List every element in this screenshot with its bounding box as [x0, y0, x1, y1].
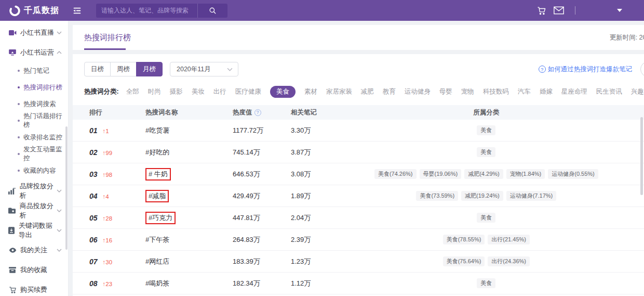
col-rank: 排行 [89, 108, 145, 117]
user-menu-caret-icon[interactable] [617, 9, 622, 12]
keyword-link-annotated[interactable]: # 牛奶 [145, 168, 171, 181]
filter-option[interactable]: 医疗健康 [235, 87, 261, 96]
sidebar-item-hot-topic-ranking[interactable]: 热门话题排行榜 [0, 112, 68, 129]
category-tag: 运动健身(7.17%) [506, 191, 557, 201]
filter-option[interactable]: 摄影 [170, 87, 183, 96]
sidebar-item-xhs-live[interactable]: 小红书直播 [0, 23, 68, 43]
filter-option[interactable]: 运动健身 [405, 87, 431, 96]
filter-option[interactable]: 民生资讯 [596, 87, 622, 96]
rank-number: 07 [89, 258, 98, 266]
rank-change-up: ↑30 [103, 259, 113, 265]
sidebar-item-xhs-operation[interactable]: 小红书运营 [0, 43, 68, 62]
search-hot-words-button[interactable]: 搜索热搜词 [640, 61, 644, 77]
tab-hot-search-ranking[interactable]: 热搜词排行榜 [73, 25, 142, 50]
filter-option-selected[interactable]: 美食 [270, 86, 296, 98]
filter-option[interactable]: 全部 [126, 87, 139, 96]
col-notes: 相关笔记 [291, 108, 353, 117]
sidebar-item-product-analysis[interactable]: 商品投放分析 [0, 201, 68, 221]
menu-fold-icon[interactable] [73, 6, 82, 15]
keyword-link-annotated[interactable]: #减脂 [145, 190, 169, 202]
filter-label: 热搜词分类: [84, 87, 119, 96]
sidebar-item-brand-analysis[interactable]: 品牌投放分析 [0, 181, 68, 201]
filter-option[interactable]: 科技数码 [483, 87, 509, 96]
month-select[interactable]: 2020年11月 [170, 62, 238, 76]
sidebar-item-my-follows[interactable]: 我的关注 [0, 240, 68, 260]
keyword-link-annotated[interactable]: #巧克力 [145, 212, 176, 224]
sidebar-item-post-interaction-monitor[interactable]: 发文互动量监控 [0, 146, 68, 162]
mail-icon[interactable] [550, 6, 568, 15]
filter-option[interactable]: 时尚 [148, 87, 161, 96]
filter-option[interactable]: 家居家装 [326, 87, 352, 96]
col-ops: 操作 [620, 108, 644, 117]
filter-options: 全部 时尚 摄影 美妆 出行 医疗健康 美食 素材 家居家装 减肥 教育 运动健… [126, 86, 644, 98]
notes-count: 3.08万 [291, 170, 353, 179]
notes-count: 1.89万 [291, 191, 353, 201]
rank-number: 06 [89, 236, 98, 244]
rank-number: 04 [89, 192, 98, 200]
logo-swirl-icon [9, 5, 20, 16]
filter-option[interactable]: 汽车 [518, 87, 531, 96]
sidebar-scrollbar[interactable] [65, 126, 68, 250]
sidebar-item-my-favorites[interactable]: 我的收藏 [0, 260, 68, 280]
global-search-button[interactable] [197, 4, 227, 18]
filter-option[interactable]: 教育 [383, 87, 396, 96]
keyword-link[interactable]: #下午茶 [145, 235, 169, 244]
filter-option[interactable]: 减肥 [361, 87, 374, 96]
heat-value: 447.81万 [233, 213, 291, 223]
question-circle-icon: ? [539, 66, 546, 73]
rank-change-up: ↑98 [103, 172, 113, 178]
filter-option[interactable]: 素材 [304, 87, 317, 96]
filter-option[interactable]: 婚嫁 [540, 87, 553, 96]
sidebar-item-hot-notes[interactable]: 热门笔记 [0, 62, 68, 79]
category-tag: 美食 [477, 125, 495, 135]
tab-monthly[interactable]: 月榜 [136, 62, 163, 76]
cart-icon [8, 286, 17, 293]
global-search-input[interactable] [96, 4, 197, 18]
export-icon [8, 227, 15, 234]
ranking-card: 日榜 周榜 月榜 2020年11月 ? 如何通过热搜词打造爆款笔记 [73, 54, 644, 296]
chevron-up-icon [57, 51, 62, 54]
keyword-link[interactable]: #好吃的 [145, 148, 169, 157]
sidebar-item-favorited-content[interactable]: 收藏的内容 [0, 162, 68, 179]
keyword-link[interactable]: #喝奶茶 [145, 279, 169, 288]
cart-icon[interactable] [532, 6, 550, 16]
table-row: 07↑30 #网红店 183.39万 1.23万 美食(75.64%) 出行(2… [73, 251, 644, 273]
col-heat: 热度值 ? [233, 108, 291, 117]
sidebar-item-hot-search-ranking[interactable]: 热搜词排行榜 [0, 79, 68, 96]
sidebar-item-purchase-renew[interactable]: 购买续费 [0, 280, 68, 296]
rank-number: 03 [89, 170, 98, 178]
question-circle-icon[interactable]: ? [254, 109, 261, 116]
keyword-link[interactable]: #吃货薯 [145, 126, 169, 135]
sidebar-item-label: 小红书直播 [20, 28, 54, 37]
active-tab-underline [84, 48, 126, 50]
filter-option[interactable]: 出行 [213, 87, 226, 96]
filter-option[interactable]: 母婴 [439, 87, 452, 96]
heat-value: 182.34万 [233, 279, 291, 288]
filter-option[interactable]: 美妆 [192, 87, 205, 96]
tab-daily[interactable]: 日榜 [84, 62, 111, 76]
category-tag: 美食 [477, 213, 495, 223]
sidebar-item-index-rank-monitor[interactable]: 收录排名监控 [0, 129, 68, 146]
page-scrollbar[interactable] [640, 117, 643, 195]
update-time: 更新时间: 2020-12-21 18:00:00 [610, 33, 644, 42]
sidebar-item-hot-search-search[interactable]: 热搜词搜索 [0, 96, 68, 112]
app-logo[interactable]: 千瓜数据 [0, 5, 69, 16]
help-link[interactable]: ? 如何通过热搜词打造爆款笔记 [539, 65, 633, 74]
tab-weekly[interactable]: 周榜 [110, 62, 137, 76]
filter-option[interactable]: 兴趣爱好 [631, 87, 644, 96]
rank-number: 02 [89, 148, 98, 157]
notes-count: 2.39万 [291, 235, 353, 244]
heat-value: 429.49万 [233, 191, 291, 201]
filter-option[interactable]: 星座命理 [561, 87, 587, 96]
table-row: 05↑28 #巧克力 447.81万 2.04万 美食 收藏详情 [73, 207, 644, 229]
sidebar-item-keyword-export[interactable]: 关键词数据导出 [0, 221, 68, 240]
filter-option[interactable]: 宠物 [461, 87, 474, 96]
notes-count: 1.23万 [291, 257, 353, 266]
chevron-down-icon [57, 249, 62, 252]
folder-icon [8, 208, 16, 214]
rank-change-up: ↑99 [103, 150, 113, 156]
category-tag: 美食 [477, 147, 495, 157]
period-tab-group: 日榜 周榜 月榜 [84, 62, 163, 76]
table-header: 排行 热搜词名称 热度值 ? 相关笔记 所属分类 操作 [73, 105, 644, 120]
keyword-link[interactable]: #网红店 [145, 257, 169, 266]
